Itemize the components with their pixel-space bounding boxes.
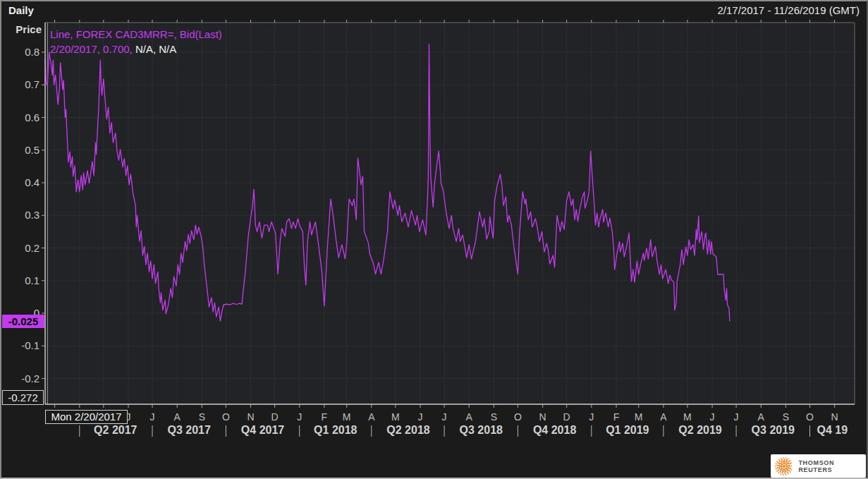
x-quarter-label: Q1 2018 xyxy=(314,424,357,437)
x-month-label: F xyxy=(613,411,620,423)
x-quarter-label: Q4 2018 xyxy=(533,424,576,437)
x-month-label: J xyxy=(734,411,739,423)
x-month-label: A xyxy=(758,411,764,423)
legend-cursor-values: 2/20/2017, 0.700, N/A, N/A xyxy=(50,42,222,56)
x-month-label: S xyxy=(199,411,205,423)
y-tick-label: -0.1 xyxy=(3,339,39,351)
x-month-label: J xyxy=(442,411,447,423)
legend-series-label[interactable]: Line, FOREX CAD3MRR=, Bid(Last) xyxy=(50,27,222,42)
x-month-label: M xyxy=(635,411,643,423)
chart-window: Daily 2/17/2017 - 11/26/2019 (GMT) Price… xyxy=(0,0,868,479)
x-quarter-label: Q2 2019 xyxy=(678,424,721,437)
reuters-sunburst-icon xyxy=(775,457,792,475)
thomson-reuters-logo: THOMSON REUTERS xyxy=(771,454,866,478)
x-month-label: D xyxy=(271,411,279,423)
chart-legend: Line, FOREX CAD3MRR=, Bid(Last) 2/20/201… xyxy=(50,27,222,56)
y-tick-label: -0.2 xyxy=(3,372,39,384)
axis-min-badge: -0.272 xyxy=(2,390,44,405)
thomson-reuters-wordmark: THOMSON REUTERS xyxy=(798,459,866,473)
x-month-label: D xyxy=(563,411,570,423)
x-month-label: A xyxy=(368,411,374,423)
y-tick-label: 0.7 xyxy=(3,78,39,90)
legend-cursor-highlight: 2/20/2017, 0.700, xyxy=(50,43,133,55)
chart-plot-area[interactable] xyxy=(1,1,868,479)
price-axis-title: Price xyxy=(1,23,42,35)
x-quarter-label: Q3 2017 xyxy=(167,424,210,437)
x-month-label: A xyxy=(174,411,181,423)
y-tick-label: 0.6 xyxy=(3,111,39,123)
last-price-badge: -0.025 xyxy=(2,315,44,328)
x-quarter-label: Q4 19 xyxy=(817,424,848,437)
x-month-label: S xyxy=(783,411,789,423)
x-month-label: O xyxy=(514,411,522,423)
x-quarter-label: Q3 2018 xyxy=(460,424,503,437)
legend-cursor-na: N/A, N/A xyxy=(133,43,177,55)
x-month-label: O xyxy=(222,411,230,423)
x-month-label: N xyxy=(247,411,254,423)
x-month-label: J xyxy=(418,411,423,423)
y-tick-label: 0.3 xyxy=(3,209,39,221)
y-tick-label: 0.2 xyxy=(3,242,39,254)
plot-background xyxy=(45,23,855,404)
x-month-label: M xyxy=(343,411,351,423)
x-month-label: N xyxy=(831,411,838,423)
x-month-label: J xyxy=(710,411,715,423)
x-month-label: A xyxy=(466,411,472,423)
y-tick-label: 0.5 xyxy=(3,144,39,156)
x-quarter-label: Q1 2019 xyxy=(606,424,649,437)
x-month-label: N xyxy=(539,411,546,423)
interval-label: Daily xyxy=(8,4,34,16)
y-tick-label: 0.4 xyxy=(3,176,39,188)
x-month-label: M xyxy=(391,411,400,423)
x-quarter-label: Q4 2017 xyxy=(241,424,284,437)
x-month-label: J xyxy=(150,411,155,423)
x-month-label: M xyxy=(683,411,692,423)
x-month-label: O xyxy=(806,411,814,423)
x-month-label: F xyxy=(322,411,328,423)
x-quarter-label: Q3 2019 xyxy=(752,424,795,437)
y-tick-label: 0.8 xyxy=(3,46,39,58)
x-month-label: J xyxy=(589,411,594,423)
x-quarter-label: Q2 2017 xyxy=(94,424,137,437)
cursor-date-badge[interactable]: Mon 2/20/2017 xyxy=(45,410,128,424)
date-range-label: 2/17/2017 - 11/26/2019 (GMT) xyxy=(717,4,860,16)
x-month-label: J xyxy=(297,411,302,423)
x-month-label: S xyxy=(491,411,497,423)
x-month-label: A xyxy=(660,411,666,423)
y-tick-label: 0.1 xyxy=(3,274,39,286)
x-quarter-label: Q2 2018 xyxy=(386,424,429,437)
